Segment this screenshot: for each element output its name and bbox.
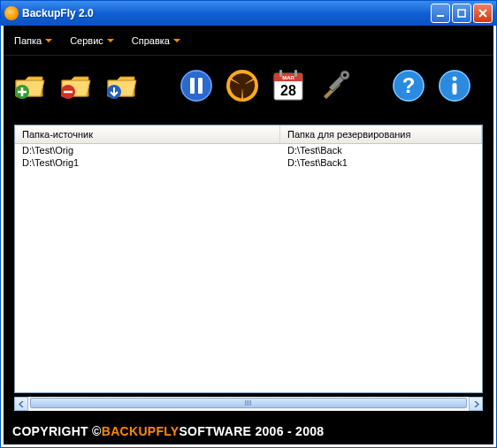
window-title: BackupFly 2.0 xyxy=(22,7,429,19)
burn-button[interactable] xyxy=(225,68,260,103)
svg-point-18 xyxy=(343,73,347,77)
svg-text:MAR: MAR xyxy=(282,75,294,80)
column-header-source[interactable]: Папка-источник xyxy=(15,125,280,143)
minimize-icon xyxy=(436,9,445,18)
about-button[interactable] xyxy=(437,68,472,103)
radiation-icon xyxy=(225,68,260,103)
scroll-right-button[interactable] xyxy=(469,397,483,411)
column-header-backup[interactable]: Папка для резервирования xyxy=(280,125,482,143)
table-row[interactable]: D:\Test\Orig1 D:\Test\Back1 xyxy=(15,156,482,169)
folder-plus-icon xyxy=(12,68,48,103)
menu-bar: Папка Сервис Справка xyxy=(4,26,493,56)
maximize-icon xyxy=(457,9,466,18)
scroll-left-button[interactable] xyxy=(14,397,28,411)
svg-rect-8 xyxy=(198,78,203,94)
toolbar: MAR 28 ? xyxy=(4,56,493,116)
menu-help[interactable]: Справка xyxy=(132,35,180,46)
cell-source: D:\Test\Orig xyxy=(15,144,280,156)
title-bar: BackupFly 2.0 xyxy=(1,1,496,26)
svg-point-10 xyxy=(239,82,246,89)
svg-rect-25 xyxy=(453,83,457,95)
question-icon: ? xyxy=(391,68,426,103)
horizontal-scrollbar[interactable] xyxy=(14,397,483,411)
cell-backup: D:\Test\Back xyxy=(280,144,482,156)
close-icon xyxy=(478,9,487,18)
svg-rect-16 xyxy=(294,70,297,77)
caret-down-icon xyxy=(173,39,180,42)
folder-table[interactable]: Папка-источник Папка для резервирования … xyxy=(14,125,483,393)
caret-down-icon xyxy=(45,39,52,42)
chevron-right-icon xyxy=(473,401,479,407)
pause-icon xyxy=(179,68,214,103)
svg-rect-0 xyxy=(437,15,444,17)
cell-backup: D:\Test\Back1 xyxy=(280,156,482,169)
footer-prefix: COPYRIGHT © xyxy=(12,424,102,438)
svg-text:?: ? xyxy=(402,73,416,97)
footer-suffix: SOFTWARE 2006 - 2008 xyxy=(179,424,324,438)
scroll-track[interactable] xyxy=(28,397,469,411)
footer-brand: BACKUPFLY xyxy=(102,424,180,438)
app-icon xyxy=(4,6,19,20)
table-row[interactable]: D:\Test\Orig D:\Test\Back xyxy=(15,144,482,156)
footer: COPYRIGHT © BACKUPFLY SOFTWARE 2006 - 20… xyxy=(4,418,493,444)
svg-text:28: 28 xyxy=(280,83,296,98)
menu-service[interactable]: Сервис xyxy=(70,35,114,46)
pause-button[interactable] xyxy=(179,68,214,103)
schedule-button[interactable]: MAR 28 xyxy=(271,68,306,103)
minimize-button[interactable] xyxy=(431,4,450,23)
menu-label: Справка xyxy=(132,35,170,46)
help-button[interactable]: ? xyxy=(391,68,426,103)
add-folder-button[interactable] xyxy=(12,68,48,103)
close-button[interactable] xyxy=(473,4,493,23)
svg-point-24 xyxy=(453,77,457,81)
folder-down-icon xyxy=(104,68,140,103)
download-folder-button[interactable] xyxy=(104,68,140,103)
folder-minus-icon xyxy=(58,68,94,103)
menu-folder[interactable]: Папка xyxy=(14,35,52,46)
calendar-icon: MAR 28 xyxy=(271,68,306,103)
maximize-button[interactable] xyxy=(452,4,471,23)
menu-label: Сервис xyxy=(70,35,103,46)
caret-down-icon xyxy=(107,39,114,42)
remove-folder-button[interactable] xyxy=(58,68,94,103)
tools-icon xyxy=(317,68,352,103)
svg-rect-1 xyxy=(458,10,465,17)
menu-label: Папка xyxy=(14,35,42,46)
scroll-thumb[interactable] xyxy=(30,398,467,408)
info-icon xyxy=(437,68,472,103)
svg-point-5 xyxy=(180,70,212,102)
chevron-left-icon xyxy=(19,401,25,407)
settings-button[interactable] xyxy=(317,68,352,103)
svg-rect-7 xyxy=(190,78,195,94)
cell-source: D:\Test\Orig1 xyxy=(15,156,280,169)
svg-rect-15 xyxy=(279,70,282,77)
